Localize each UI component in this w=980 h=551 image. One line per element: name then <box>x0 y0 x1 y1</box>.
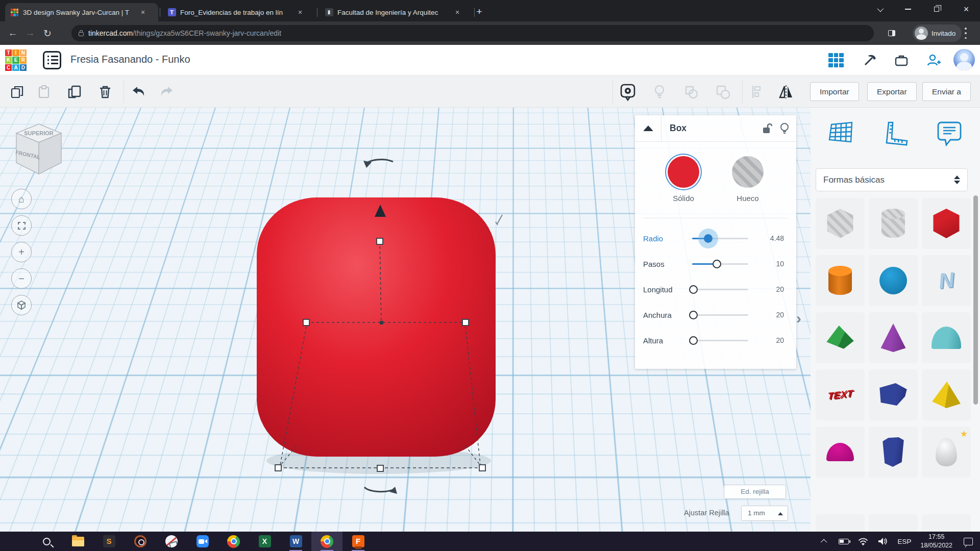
volume-icon[interactable] <box>873 532 892 551</box>
workplane-tool-icon[interactable] <box>825 117 857 149</box>
toolbar-action-button[interactable]: Exportar <box>867 82 917 101</box>
window-minimize-button[interactable] <box>896 0 920 18</box>
design-menu-icon[interactable] <box>43 51 61 69</box>
shape-tile[interactable] <box>816 198 865 249</box>
slider-track[interactable] <box>692 289 748 290</box>
slider-track[interactable] <box>692 263 748 265</box>
shape-tile[interactable] <box>816 427 865 478</box>
lightbulb-toolbar-icon[interactable] <box>649 82 670 102</box>
taskbar-word-icon[interactable]: W <box>280 532 311 551</box>
browser-tab[interactable]: ▮ Facultad de Ingeniería y Arquitec × <box>320 3 473 21</box>
forward-icon[interactable]: → <box>21 24 39 42</box>
browser-tab[interactable]: 3D design Swanky Jarv-Curcan | T × <box>5 3 158 21</box>
slider-knob[interactable] <box>689 311 698 319</box>
refresh-icon[interactable]: ↻ <box>39 24 56 42</box>
shapes-scrollbar[interactable] <box>973 108 978 532</box>
shape-tile[interactable]: N <box>922 255 971 306</box>
show-all-icon[interactable] <box>618 82 638 102</box>
address-bar[interactable]: tinkercad.com/things/gzxa5wS6CER-swanky-… <box>71 25 874 41</box>
shape-tile[interactable] <box>922 514 971 532</box>
shape-tile[interactable] <box>869 198 918 249</box>
delete-icon[interactable] <box>95 82 115 102</box>
tinkercad-logo[interactable]: TINKERCAD <box>5 49 27 71</box>
shape-tile[interactable]: TEXT <box>816 369 865 420</box>
redo-icon[interactable] <box>156 82 177 102</box>
browser-menu-icon[interactable] <box>965 28 967 39</box>
favorite-star-icon[interactable]: ★ <box>960 429 968 439</box>
shape-tile[interactable]: ★ <box>922 427 971 478</box>
slider-knob[interactable] <box>689 336 698 345</box>
snap-grid-dropdown[interactable]: 1 mm <box>741 506 788 521</box>
shape-tile[interactable] <box>816 312 865 363</box>
scrollbar-thumb[interactable] <box>973 195 978 405</box>
shape-tile[interactable] <box>869 369 918 420</box>
paste-icon[interactable] <box>34 82 54 102</box>
action-center-icon[interactable] <box>957 532 980 551</box>
taskbar-start-icon[interactable] <box>0 532 31 551</box>
shape-tile[interactable] <box>869 255 918 306</box>
taskbar-f360-icon[interactable]: F <box>342 532 374 551</box>
taskbar-chrome-icon[interactable] <box>218 532 249 551</box>
view-cube[interactable]: SUPERIOR FRONTAL <box>13 122 64 178</box>
unlock-icon[interactable] <box>758 120 776 137</box>
slider-knob[interactable] <box>689 285 698 294</box>
shape-tile[interactable] <box>869 427 918 478</box>
shape-tile[interactable] <box>922 369 971 420</box>
tab-close-icon[interactable]: × <box>453 8 462 17</box>
window-close-button[interactable]: × <box>954 0 978 18</box>
hide-shape-lightbulb-icon[interactable] <box>776 120 793 137</box>
shape-tile[interactable] <box>816 514 865 532</box>
language-indicator[interactable]: ESP <box>892 538 916 545</box>
tabsearch-chevron-icon[interactable] <box>868 0 891 18</box>
zoom-out-button[interactable]: − <box>11 268 32 289</box>
undo-icon[interactable] <box>129 82 149 102</box>
toolbar-action-button[interactable]: Importar <box>810 82 859 101</box>
taskbar-camapp-icon[interactable] <box>187 532 218 551</box>
slider-knob[interactable] <box>704 234 713 243</box>
home-view-button[interactable]: ⌂ <box>11 189 32 209</box>
material-option[interactable]: Sólido <box>668 156 699 203</box>
taskbar-search-icon[interactable] <box>31 532 62 551</box>
side-panel-icon[interactable] <box>883 24 900 42</box>
notes-tool-icon[interactable] <box>933 117 966 149</box>
duplicate-icon[interactable] <box>64 82 85 102</box>
design-title[interactable]: Fresia Fasanando - Funko <box>70 54 190 65</box>
material-swatch[interactable] <box>668 156 699 188</box>
fit-view-button[interactable] <box>11 215 32 236</box>
new-tab-button[interactable]: + <box>472 5 486 19</box>
ruler-tool-icon[interactable] <box>879 117 912 149</box>
edit-grid-button[interactable]: Ed. rejilla <box>724 485 786 499</box>
tab-close-icon[interactable]: × <box>296 8 305 17</box>
taskbar-recorder-icon[interactable] <box>125 532 156 551</box>
shape-category-dropdown[interactable]: Formas básicas <box>816 168 968 191</box>
copy-icon[interactable] <box>7 82 28 102</box>
shape-tile[interactable] <box>922 312 971 363</box>
align-icon[interactable] <box>747 82 768 102</box>
shape-tile[interactable] <box>816 255 865 306</box>
taskbar-excel-icon[interactable]: X <box>249 532 280 551</box>
slider-track[interactable] <box>692 238 748 239</box>
url-text[interactable]: tinkercad.com/things/gzxa5wS6CER-swanky-… <box>88 29 281 37</box>
shape-tile[interactable] <box>922 198 971 249</box>
shape-tile[interactable] <box>869 514 918 532</box>
tab-close-icon[interactable]: × <box>138 8 148 17</box>
shape-tile[interactable] <box>869 312 918 363</box>
briefcase-icon[interactable] <box>890 50 913 70</box>
material-swatch[interactable] <box>732 156 764 188</box>
slider-track[interactable] <box>692 314 748 316</box>
mirror-icon[interactable] <box>776 82 796 102</box>
taskbar-sapp-icon[interactable]: S <box>93 532 125 551</box>
slider-knob[interactable] <box>713 260 721 268</box>
account-avatar[interactable] <box>953 49 975 70</box>
window-restore-button[interactable] <box>925 0 948 18</box>
add-user-icon[interactable] <box>922 50 944 70</box>
group-icon[interactable] <box>681 82 701 102</box>
taskbar-snip-icon[interactable] <box>156 532 187 551</box>
inspector-collapse-button[interactable] <box>635 115 662 142</box>
ungroup-icon[interactable] <box>713 82 733 102</box>
zoom-in-button[interactable]: + <box>11 242 32 262</box>
taskbar-explorer-icon[interactable] <box>62 532 93 551</box>
material-option[interactable]: Hueco <box>732 156 764 203</box>
minecraft-pickaxe-icon[interactable] <box>859 50 881 70</box>
toolbar-action-button[interactable]: Enviar a <box>922 82 971 101</box>
